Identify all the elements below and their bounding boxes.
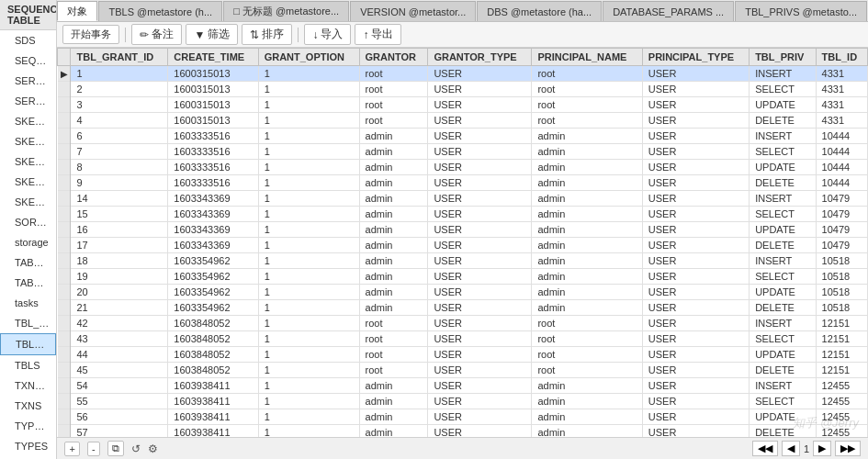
nav-next-button[interactable]: ▶ xyxy=(813,441,831,456)
row-marker xyxy=(58,394,71,409)
sidebar-item-tbl-privs[interactable]: TBL_PRIVS xyxy=(0,333,56,355)
sidebar-item-skewed-string-list-values[interactable]: SKEWED_STRING_LIST_VALUES xyxy=(0,172,56,192)
cell-grantor: admin xyxy=(359,160,428,175)
tab-对象[interactable]: 对象 xyxy=(57,1,97,21)
cell-tbl_grant_id: 16 xyxy=(71,222,168,238)
cell-tbl_id: 10444 xyxy=(816,144,867,160)
cell-tbl_priv: DELETE xyxy=(750,363,816,378)
export-button[interactable]: ↑ 导出 xyxy=(355,24,401,45)
table-row[interactable]: 416003150131rootUSERrootUSERDELETE4331 xyxy=(58,113,868,129)
tab-database_params-...[interactable]: DATABASE_PARAMS ... xyxy=(603,1,734,21)
cell-grant_option: 1 xyxy=(258,300,359,316)
settings-button[interactable]: ⚙ xyxy=(148,442,158,455)
table-row[interactable]: 2116033549621adminUSERadminUSERDELETE105… xyxy=(58,300,868,316)
sidebar-item-txn-components[interactable]: TXN_COMPONENTS xyxy=(0,375,56,396)
sidebar-item-sds[interactable]: SDS xyxy=(0,30,56,50)
table-row[interactable]: 316003150131rootUSERrootUSERUPDATE4331 xyxy=(58,97,868,113)
sidebar-item-storage[interactable]: storage xyxy=(0,232,56,252)
sidebar-item-tbl-col-privs[interactable]: TBL_COL_PRIVS xyxy=(0,313,56,333)
table-row[interactable]: 1416033433691adminUSERadminUSERINSERT104… xyxy=(58,191,868,207)
table-row[interactable]: 616033335161adminUSERadminUSERINSERT1044… xyxy=(58,129,868,144)
note-icon: ✏ xyxy=(140,28,149,41)
tab-dbs-@metastore-(ha..[interactable]: DBS @metastore (ha... xyxy=(477,1,602,21)
sidebar-item-serdes[interactable]: SERDES xyxy=(0,91,56,111)
cell-grant_option: 1 xyxy=(258,222,359,238)
cell-create_time: 1603938411 xyxy=(168,394,258,409)
sidebar-item-skewed-string-list[interactable]: SKEWED_STRING_LIST xyxy=(0,151,56,172)
tab-tbls-@metastore-(h..[interactable]: TBLS @metastore (h... xyxy=(98,1,222,21)
table-row[interactable]: ▶116003150131rootUSERrootUSERINSERT4331 xyxy=(58,66,868,82)
col-header-grantor[interactable]: GRANTOR xyxy=(359,49,428,66)
sidebar-item-type-fields[interactable]: TYPE_FIELDS xyxy=(0,416,56,436)
table-row[interactable]: 2016033549621adminUSERadminUSERUPDATE105… xyxy=(58,285,868,300)
row-marker xyxy=(58,222,71,238)
sidebar-item-skewed-col-names[interactable]: SKEWED_COL_NAMES xyxy=(0,111,56,131)
tab-version-@metastor...[interactable]: VERSION @metastor... xyxy=(350,1,476,21)
sort-button[interactable]: ⇅ 排序 xyxy=(242,24,292,45)
cell-create_time: 1603343369 xyxy=(168,207,258,222)
add-row-button[interactable]: + xyxy=(64,442,79,456)
cell-grantor: admin xyxy=(359,129,428,144)
sidebar-item-types[interactable]: TYPES xyxy=(0,436,56,456)
table-row[interactable]: 4416038480521rootUSERrootUSERUPDATE12151 xyxy=(58,347,868,363)
cell-tbl_priv: DELETE xyxy=(750,425,816,438)
table-row[interactable]: 816033335161adminUSERadminUSERUPDATE1044… xyxy=(58,160,868,175)
copy-row-button[interactable]: ⧉ xyxy=(107,441,124,456)
nav-last-button[interactable]: ▶▶ xyxy=(835,441,861,456)
table-row[interactable]: 4316038480521rootUSERrootUSERSELECT12151 xyxy=(58,331,868,347)
nav-first-button[interactable]: ◀◀ xyxy=(752,441,778,456)
col-header-tbl_id[interactable]: TBL_ID xyxy=(816,49,867,66)
table-row[interactable]: 716033335161adminUSERadminUSERSELECT1044… xyxy=(58,144,868,160)
remove-row-button[interactable]: - xyxy=(87,442,100,456)
sidebar-item-sequence-table[interactable]: SEQUENCE_TABLE xyxy=(0,50,56,71)
sidebar-item-tasks[interactable]: tasks xyxy=(0,293,56,313)
row-marker xyxy=(58,300,71,316)
row-marker xyxy=(58,82,71,97)
sidebar-item-skewed-values[interactable]: SKEWED_VALUES xyxy=(0,192,56,212)
filter-button[interactable]: ▼ 筛选 xyxy=(186,24,238,45)
table-row[interactable]: 1916033549621adminUSERadminUSERSELECT105… xyxy=(58,269,868,285)
sidebar-item-table-params[interactable]: TABLE_PARAMS xyxy=(0,273,56,293)
table-row[interactable]: 5616039384111adminUSERadminUSERUPDATE124… xyxy=(58,409,868,425)
tab-□-无标题-@metastore...[interactable]: □ 无标题 @metastore... xyxy=(223,1,349,21)
table-row[interactable]: 5516039384111adminUSERadminUSERSELECT124… xyxy=(58,394,868,409)
open-transaction-button[interactable]: 开始事务 xyxy=(62,25,119,44)
col-header-tbl_grant_id[interactable]: TBL_GRANT_ID xyxy=(71,49,168,66)
table-row[interactable]: 5716039384111adminUSERadminUSERDELETE124… xyxy=(58,425,868,438)
col-header-principal_name[interactable]: PRINCIPAL_NAME xyxy=(532,49,642,66)
tab-tbl_privs-@metasto..[interactable]: TBL_PRIVS @metasto... xyxy=(735,1,867,21)
col-header-grant_option[interactable]: GRANT_OPTION xyxy=(258,49,359,66)
cell-grantor_type: USER xyxy=(428,425,532,438)
cell-principal_name: admin xyxy=(532,191,642,207)
table-row[interactable]: 1616033433691adminUSERadminUSERUPDATE104… xyxy=(58,222,868,238)
table-row[interactable]: 1716033433691adminUSERadminUSERDELETE104… xyxy=(58,238,868,253)
sidebar-item-tab-col-stats[interactable]: TAB_COL_STATS xyxy=(0,252,56,273)
col-header-grantor_type[interactable]: GRANTOR_TYPE xyxy=(428,49,532,66)
cell-tbl_grant_id: 57 xyxy=(71,425,168,438)
col-header-create_time[interactable]: CREATE_TIME xyxy=(168,49,258,66)
table-row[interactable]: 1516033433691adminUSERadminUSERSELECT104… xyxy=(58,207,868,222)
col-header-principal_type[interactable]: PRINCIPAL_TYPE xyxy=(642,49,749,66)
table-row[interactable]: 216003150131rootUSERrootUSERSELECT4331 xyxy=(58,82,868,97)
sidebar-item-serde-params[interactable]: SERDE_PARAMS xyxy=(0,71,56,91)
nav-prev-button[interactable]: ◀ xyxy=(782,441,800,456)
cell-tbl_priv: DELETE xyxy=(750,175,816,191)
import-button[interactable]: ↓ 导入 xyxy=(304,24,351,45)
sidebar-item-sort-cols[interactable]: SORT_COLS xyxy=(0,212,56,232)
sidebar-item-skewed-col-value-loc-map[interactable]: SKEWED_COL_VALUE_LOC_MAP xyxy=(0,131,56,151)
refresh-button[interactable]: ↺ xyxy=(131,442,141,455)
col-header-tbl_priv[interactable]: TBL_PRIV xyxy=(750,49,816,66)
table-row[interactable]: 1816033549621adminUSERadminUSERINSERT105… xyxy=(58,253,868,269)
table-row[interactable]: 4216038480521rootUSERrootUSERINSERT12151 xyxy=(58,316,868,331)
sidebar-item-txns[interactable]: TXNS xyxy=(0,396,56,416)
row-marker xyxy=(58,253,71,269)
note-button[interactable]: ✏ 备注 xyxy=(131,24,182,45)
cell-principal_name: admin xyxy=(532,129,642,144)
table-row[interactable]: 5416039384111adminUSERadminUSERINSERT124… xyxy=(58,378,868,394)
row-marker xyxy=(58,207,71,222)
table-row[interactable]: 4516038480521rootUSERrootUSERDELETE12151 xyxy=(58,363,868,378)
table-row[interactable]: 916033335161adminUSERadminUSERDELETE1044… xyxy=(58,175,868,191)
cell-grantor: root xyxy=(359,316,428,331)
sidebar-item-tbls[interactable]: TBLS xyxy=(0,355,56,375)
cell-tbl_priv: DELETE xyxy=(750,113,816,129)
